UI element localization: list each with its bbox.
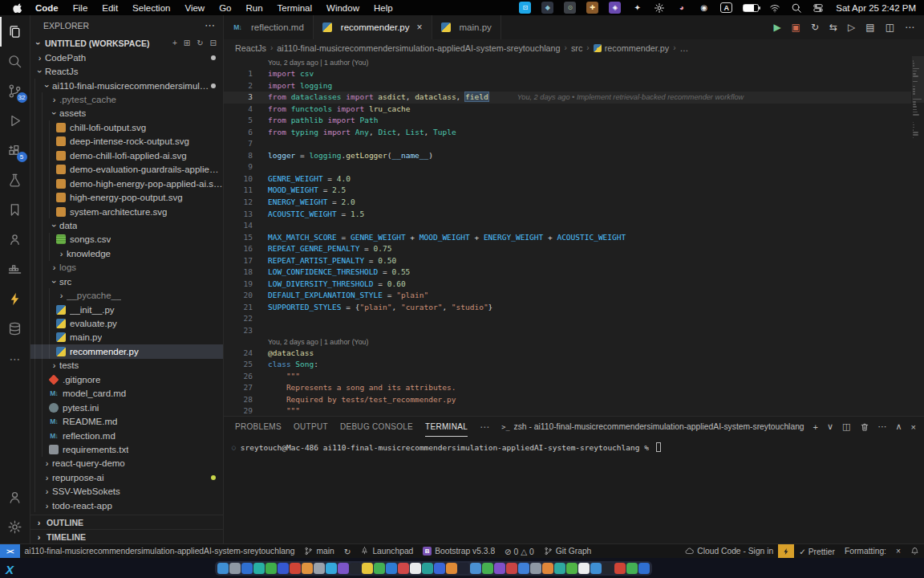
dock-app-icon[interactable] — [590, 563, 602, 574]
docker-icon[interactable] — [0, 254, 30, 284]
live-share-icon[interactable] — [0, 225, 30, 254]
menu-item-terminal[interactable]: Terminal — [270, 3, 319, 13]
code-line-24[interactable]: 24@dataclass — [224, 348, 911, 360]
tree-item-high-energy-pop-output-svg[interactable]: high-energy-pop-output.svg — [30, 190, 223, 204]
source-control-icon[interactable]: 32 — [0, 76, 30, 106]
menu-item-file[interactable]: File — [66, 3, 95, 13]
tree-item--pytest-cache[interactable]: ›.pytest_cache — [30, 92, 223, 106]
code-line-18[interactable]: 18LOW_CONFIDENCE_THRESHOLD = 0.55 — [224, 267, 911, 279]
bootstrap-intellisense[interactable]: BBootstrap v5.3.8 — [418, 544, 500, 558]
dock-app-icon[interactable] — [566, 563, 578, 574]
tree-item-tests[interactable]: ›tests — [30, 359, 223, 372]
tree-item-knowledge[interactable]: ›knowledge — [30, 246, 223, 260]
dock-app-icon[interactable] — [362, 563, 373, 574]
breadcrumb-item[interactable]: … — [679, 43, 688, 53]
menu-item-code[interactable]: Code — [28, 3, 66, 13]
tree-item-songs-csv[interactable]: songs.csv — [30, 233, 223, 246]
record-menu-icon[interactable]: ◉ — [698, 2, 710, 14]
code-line-11[interactable]: 11MOOD_WEIGHT = 2.5 — [224, 185, 911, 197]
timeline-section[interactable]: › TIMELINE — [30, 529, 223, 543]
tree-item-ai110-final-musicrecommendersimulation-appliedai-system-sreytouchlang[interactable]: ›ai110-final-musicrecommendersimulation-… — [30, 79, 223, 92]
tab-recommender-py[interactable]: recommender.py× — [314, 15, 432, 39]
panel-tab-debug-console[interactable]: DEBUG CONSOLE — [340, 417, 413, 437]
dock-app-icon[interactable] — [422, 563, 433, 574]
git-branch[interactable]: main — [299, 544, 338, 558]
terminal-instance-label[interactable]: >_ zsh - ai110-final-musicrecommendersim… — [501, 422, 804, 431]
dock-app-icon[interactable] — [314, 563, 325, 574]
panel-more-icon[interactable]: ⋯ — [878, 421, 887, 432]
git-graph[interactable]: Git Graph — [539, 544, 597, 558]
more-actions-icon[interactable]: ⋯ — [905, 22, 914, 33]
tree-item-src[interactable]: ›src — [30, 275, 223, 288]
collapse-folders-icon[interactable]: ⊟ — [210, 39, 217, 47]
tree-item-pytest-ini[interactable]: pytest.ini — [30, 401, 223, 414]
breadcrumb-item[interactable]: ReactJs — [235, 43, 266, 53]
dock-app-icon[interactable] — [446, 563, 457, 574]
maximize-panel-icon[interactable]: ∧ — [896, 421, 902, 432]
dock-app-icon[interactable] — [602, 563, 614, 574]
tree-item-reflection-md[interactable]: M↓reflection.md — [30, 429, 223, 442]
refresh-explorer-icon[interactable]: ↻ — [197, 39, 203, 47]
tree-item-codepath[interactable]: ›CodePath — [30, 51, 223, 64]
code-line-14[interactable]: 14 — [224, 220, 911, 232]
layout-icon[interactable]: ▤ — [865, 22, 874, 33]
run-coverage-icon[interactable]: ▣ — [792, 22, 800, 33]
dock-app-icon[interactable] — [530, 563, 541, 574]
explorer-more-icon[interactable]: ⋯ — [205, 19, 215, 31]
settings-gear-icon[interactable] — [0, 512, 30, 542]
outline-section[interactable]: › OUTLINE — [30, 515, 223, 529]
tree-item-demo-evaluation-guardrails-applied-ai-svg[interactable]: demo-evaluation-guardrails-applied-ai.sv… — [30, 163, 223, 177]
code-line-19[interactable]: 19LOW_DIVERSITY_THRESHOLD = 0.60 — [224, 279, 911, 291]
launchpad[interactable]: Launchpad — [355, 544, 418, 558]
panel-tabs-more-icon[interactable]: ⋯ — [480, 421, 489, 433]
tree-item-react-query-demo[interactable]: ›react-query-demo — [30, 457, 223, 470]
split-editor-icon[interactable]: ◫ — [886, 22, 894, 33]
run-debug-icon[interactable] — [0, 106, 30, 136]
breadcrumb-item[interactable]: src — [571, 43, 582, 53]
code-line-1[interactable]: 1import csv — [224, 68, 911, 80]
new-file-icon[interactable]: + — [172, 39, 177, 47]
tree-item-model-card-md[interactable]: M↓model_card.md — [30, 387, 223, 401]
code-line-27[interactable]: 27 Represents a song and its attributes. — [224, 382, 911, 394]
tree-item-main-py[interactable]: main.py — [30, 331, 223, 344]
control-center-icon[interactable] — [813, 2, 824, 14]
database-icon[interactable] — [0, 314, 30, 344]
formatting-indicator[interactable]: Formatting: — [840, 544, 891, 558]
dock-app-icon[interactable] — [374, 563, 385, 574]
close-tab-icon[interactable]: × — [417, 22, 423, 33]
more-views-icon[interactable]: ⋯ — [0, 344, 30, 373]
dock-app-icon[interactable] — [410, 563, 421, 574]
code-line-7[interactable]: 7 — [224, 138, 911, 150]
menu-item-go[interactable]: Go — [212, 3, 238, 13]
code-line-28[interactable]: 28 Required by tests/test_recommender.py — [224, 394, 911, 406]
tree-item-repurpose-ai[interactable]: ›repurpose-ai — [30, 470, 223, 484]
code-line-26[interactable]: 26 """ — [224, 371, 911, 383]
dock-app-icon[interactable] — [217, 563, 229, 574]
spotlight-icon[interactable] — [791, 2, 802, 14]
extensions-icon[interactable]: 5 — [0, 136, 30, 165]
menubar-clock[interactable]: Sat Apr 25 2:42 PM — [836, 3, 916, 13]
app-status-icon-3[interactable]: ✚ — [586, 2, 598, 14]
app-status-icon-1[interactable]: ◆ — [541, 2, 553, 14]
dock-app-icon[interactable] — [626, 563, 638, 574]
breadcrumb-item[interactable]: ai110-final-musicrecommendersimulation-a… — [277, 43, 560, 53]
code-line-22[interactable]: 22 — [224, 313, 911, 325]
dock-app-icon[interactable] — [542, 563, 553, 574]
terminal-picker-icon[interactable]: ∨ — [827, 421, 833, 432]
gear-menu-icon[interactable] — [654, 2, 665, 14]
new-terminal-icon[interactable]: + — [813, 422, 818, 432]
sync-icon[interactable]: ↻ — [339, 544, 356, 558]
tree-item-requirements-txt[interactable]: requirements.txt — [30, 442, 223, 456]
code-line-25[interactable]: 25class Song: — [224, 359, 911, 371]
dock-app-icon[interactable] — [638, 563, 650, 574]
restart-icon[interactable]: ↻ — [811, 22, 819, 33]
dock-app-icon[interactable] — [554, 563, 565, 574]
code-line-13[interactable]: 13ACOUSTIC_WEIGHT = 1.5 — [224, 209, 911, 221]
code-line-20[interactable]: 20DEFAULT_EXPLANATION_STYLE = "plain" — [224, 290, 911, 302]
input-source-icon[interactable]: A — [720, 2, 732, 13]
kill-terminal-icon[interactable] — [860, 422, 869, 432]
dock-app-icon[interactable] — [578, 563, 590, 574]
new-folder-icon[interactable]: ⊞ — [184, 39, 190, 47]
editor[interactable]: You, 2 days ago | 1 author (You)1import … — [224, 56, 924, 416]
bookmarks-icon[interactable] — [0, 195, 30, 225]
